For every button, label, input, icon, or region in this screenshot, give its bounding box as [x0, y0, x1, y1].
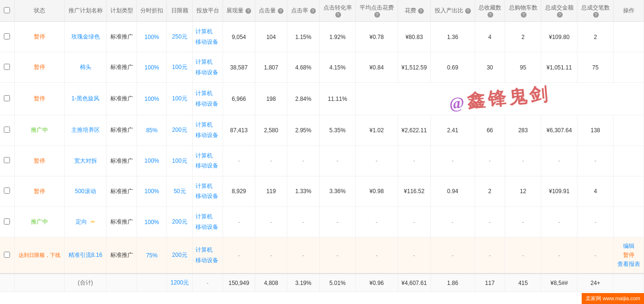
row-status: 达到日限额，下线	[14, 237, 64, 274]
cart-info-icon[interactable]: ?	[521, 12, 527, 18]
row-collections: -	[475, 146, 505, 176]
row-actions[interactable]: 编辑 暂停 查看报表	[614, 237, 644, 274]
row-platform: 计算机移动设备	[193, 22, 223, 52]
header-actions: 操作	[614, 0, 644, 22]
impressions-info-icon[interactable]: ?	[245, 8, 251, 14]
row-type: 标准推广	[107, 206, 137, 237]
row-name[interactable]: 精准引流8.16	[64, 237, 107, 274]
select-all-checkbox[interactable]	[4, 7, 10, 13]
header-ctr: 点击率 ?	[287, 0, 320, 22]
row-actions	[614, 146, 644, 176]
row-discount: 100%	[137, 22, 167, 52]
table-row: 暂停 宽大对拆 标准推广 100% 100元 计算机移动设备 - - - - -…	[0, 146, 644, 176]
row-type: 标准推广	[107, 237, 137, 274]
row-status: 暂停	[14, 176, 64, 206]
row-ctr: -	[287, 206, 320, 237]
row-checkbox[interactable]	[0, 115, 14, 146]
total-label	[14, 274, 64, 292]
avg-cost-info-icon[interactable]: ?	[374, 12, 380, 18]
total-avg-cost: ¥0.96	[356, 274, 398, 292]
row-discount: 100%	[137, 206, 167, 237]
header-avg-cost: 平均点击花费 ?	[356, 0, 398, 22]
ctr-info-icon[interactable]: ?	[310, 8, 316, 14]
header-type: 计划类型	[107, 0, 137, 22]
row-checkbox[interactable]	[0, 206, 14, 237]
row-type: 标准推广	[107, 115, 137, 146]
row-checkbox[interactable]	[0, 22, 14, 52]
edit-pencil-icon[interactable]: ✏	[91, 219, 95, 225]
row-actions	[614, 52, 644, 83]
conversion-info-icon[interactable]: ?	[335, 12, 341, 18]
row-cart: -	[505, 206, 541, 237]
report-action-button[interactable]: 查看报表	[617, 260, 640, 268]
row-cart: 2	[505, 22, 541, 52]
row-checkbox[interactable]	[0, 146, 14, 176]
table-row: 暂停 1-黑色旋风 标准推广 100% 100元 计算机移动设备 6,966 1…	[0, 83, 644, 115]
row-name[interactable]: 玫瑰金绿色	[64, 22, 107, 52]
row-actions	[614, 176, 644, 206]
amount-info-icon[interactable]: ?	[557, 12, 563, 18]
row-total-cost: -	[398, 237, 430, 274]
header-conversion-rate: 点击转化率 ?	[320, 0, 356, 22]
edit-action-button[interactable]: 编辑	[623, 242, 634, 250]
header-collections: 总收藏数 ?	[475, 0, 505, 22]
row-ctr: 2.95%	[287, 115, 320, 146]
clicks-info-icon[interactable]: ?	[278, 8, 283, 14]
row-clicks: 1,807	[255, 52, 287, 83]
total-actions	[614, 274, 644, 292]
header-checkbox	[0, 0, 14, 22]
row-avg-cost: ¥0.84	[356, 52, 398, 83]
row-cart: -	[505, 237, 541, 274]
row-name[interactable]: 500滚动	[64, 176, 107, 206]
row-impressions: 87,413	[223, 115, 255, 146]
row-name[interactable]: 1-黑色旋风	[64, 83, 107, 115]
row-conversion: 1.92%	[320, 22, 356, 52]
pause-action-button[interactable]: 暂停	[623, 251, 634, 259]
row-platform: 计算机移动设备	[193, 83, 223, 115]
row-roi: -	[430, 146, 475, 176]
row-name[interactable]: 主推培养区	[64, 115, 107, 146]
row-name[interactable]: 定向 ✏	[64, 206, 107, 237]
total-cart: 415	[505, 274, 541, 292]
collections-info-icon[interactable]: ?	[488, 12, 493, 18]
table-row: 推广中 定向 ✏ 标准推广 100% 200元 计算机移动设备 - - - - …	[0, 206, 644, 237]
row-total-cost: -	[398, 146, 430, 176]
row-impressions: -	[223, 146, 255, 176]
row-name[interactable]: 棉头	[64, 52, 107, 83]
row-discount: 100%	[137, 146, 167, 176]
row-day-limit: 200元	[167, 206, 193, 237]
row-checkbox[interactable]	[0, 237, 14, 274]
row-type: 标准推广	[107, 176, 137, 206]
row-discount: 100%	[137, 176, 167, 206]
row-name[interactable]: 宽大对拆	[64, 146, 107, 176]
cost-info-icon[interactable]: ?	[418, 8, 424, 14]
total-conversion: 5.01%	[320, 274, 356, 292]
totals-row: (合计) 1200元 - 150,949 4,808 3.19% 5.01% ¥…	[0, 274, 644, 292]
row-ctr: -	[287, 237, 320, 274]
row-clicks: -	[255, 206, 287, 237]
row-cart: -	[505, 146, 541, 176]
total-name-label: (合计)	[64, 274, 107, 292]
row-total-cost: ¥2,622.11	[398, 115, 430, 146]
row-actions	[614, 206, 644, 237]
row-discount: 75%	[137, 237, 167, 274]
row-checkbox[interactable]	[0, 176, 14, 206]
row-day-limit: 50元	[167, 176, 193, 206]
row-orders: 75	[577, 52, 614, 83]
row-orders: -	[577, 237, 614, 274]
row-status: 暂停	[14, 83, 64, 115]
roi-info-icon[interactable]: ?	[465, 8, 471, 14]
row-platform: 计算机移动设备	[193, 206, 223, 237]
orders-info-icon[interactable]: ?	[593, 12, 599, 18]
row-roi: 0.94	[430, 176, 475, 206]
row-total-cost: ¥1,512.59	[398, 52, 430, 83]
header-day-limit: 日限额	[167, 0, 193, 22]
row-platform: 计算机移动设备	[193, 115, 223, 146]
row-checkbox[interactable]	[0, 52, 14, 83]
row-checkbox[interactable]	[0, 83, 14, 115]
row-platform: 计算机移动设备	[193, 176, 223, 206]
row-status: 推广中	[14, 206, 64, 237]
row-status: 暂停	[14, 52, 64, 83]
total-day-limit: 1200元	[167, 274, 193, 292]
row-roi: 0.69	[430, 52, 475, 83]
